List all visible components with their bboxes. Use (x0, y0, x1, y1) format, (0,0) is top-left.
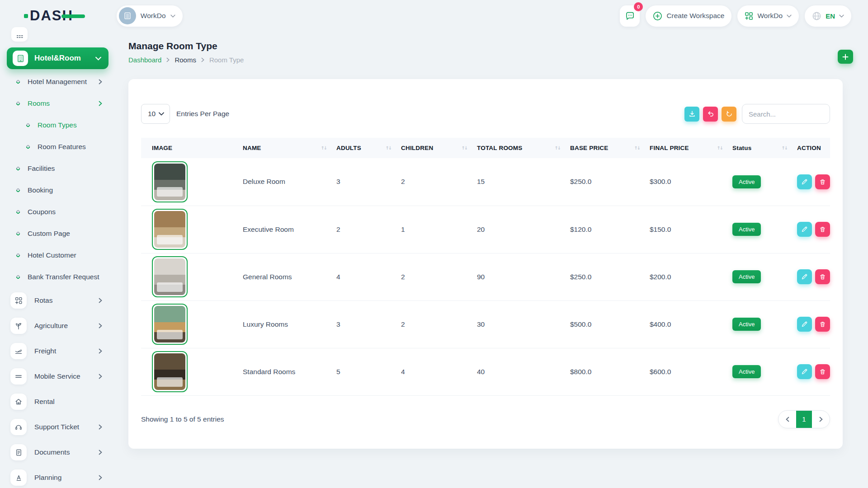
sort-icon[interactable] (554, 145, 560, 150)
room-image[interactable] (152, 256, 188, 297)
sidebar-item-label: Agriculture (34, 322, 68, 330)
letter-a-icon (10, 469, 27, 486)
hotel-building-icon (13, 51, 28, 66)
sort-icon[interactable] (461, 145, 467, 150)
sidebar-item-label: Planning (34, 474, 61, 482)
sidebar-item-planning[interactable]: Planning (0, 465, 116, 488)
sidebar-item-agriculture[interactable]: Agriculture (0, 313, 116, 338)
delete-button[interactable] (815, 269, 830, 284)
sort-icon[interactable] (781, 145, 787, 150)
sort-icon[interactable] (634, 145, 640, 150)
scrolled-menu-icon[interactable] (11, 27, 28, 42)
room-name: Executive Room (243, 206, 336, 253)
pencil-icon (801, 273, 808, 280)
sidebar-item-label: Support Ticket (34, 423, 79, 431)
chat-bubble-icon (625, 11, 635, 21)
sidebar-item-hotel-management[interactable]: Hotel Management (0, 71, 116, 93)
messages-count-badge: 0 (634, 2, 643, 11)
room-total-rooms: 15 (477, 158, 570, 206)
trash-icon (819, 368, 826, 375)
app-menu-dropdown[interactable]: WorkDo (737, 5, 799, 27)
breadcrumb-rooms-link[interactable]: Rooms (175, 56, 196, 64)
prev-page-button[interactable] (778, 411, 796, 428)
entries-per-page-select[interactable]: 10 (141, 104, 170, 124)
plus-icon (842, 53, 849, 61)
reset-button[interactable] (703, 107, 718, 122)
room-base-price: $250.0 (570, 158, 650, 206)
messages-button[interactable]: 0 (620, 5, 640, 27)
sort-icon[interactable] (321, 145, 326, 150)
column-adults: ADULTS (336, 138, 401, 158)
add-room-type-button[interactable] (838, 50, 853, 64)
bullet-icon (15, 274, 20, 279)
sidebar-item-label: Room Types (38, 121, 77, 129)
room-name: Luxury Rooms (243, 300, 336, 348)
pencil-icon (801, 368, 808, 375)
search-input[interactable] (742, 104, 830, 124)
sidebar-item-hotel-customer[interactable]: Hotel Customer (0, 244, 116, 266)
logo-dot-icon (24, 14, 28, 18)
room-children: 4 (401, 348, 477, 395)
sidebar-group-hotel-room[interactable]: Hotel&Room (7, 47, 108, 69)
sidebar-item-coupons[interactable]: Coupons (0, 201, 116, 223)
room-image[interactable] (152, 351, 188, 392)
sidebar-item-label: Freight (34, 347, 56, 355)
room-image[interactable] (152, 209, 188, 250)
language-dropdown[interactable]: EN (805, 5, 851, 27)
status-badge: Active (732, 318, 761, 331)
sidebar-item-custom-page[interactable]: Custom Page (0, 223, 116, 244)
sidebar-item-freight[interactable]: Freight (0, 338, 116, 364)
sort-icon[interactable] (717, 145, 722, 150)
export-button[interactable] (684, 107, 699, 122)
status-badge: Active (732, 365, 761, 378)
sidebar-item-rotas[interactable]: Rotas (0, 288, 116, 313)
workspace-switcher[interactable]: WorkDo (117, 5, 183, 27)
edit-button[interactable] (797, 222, 812, 237)
delete-button[interactable] (815, 222, 830, 237)
grid-dots-icon (16, 35, 23, 39)
globe-icon (812, 11, 821, 21)
room-type-table: IMAGE NAME ADULTS CHILDREN TOTAL ROOMS B… (141, 138, 830, 396)
edit-button[interactable] (797, 269, 812, 284)
table-footer: Showing 1 to 5 of 5 entries 1 (141, 410, 830, 428)
column-image: IMAGE (141, 138, 243, 158)
delete-button[interactable] (815, 364, 830, 379)
column-final-price: FINAL PRICE (650, 138, 732, 158)
sidebar-menu: Hotel Management Rooms Room Types Room F… (0, 71, 116, 488)
room-type-card: 10 Entries Per Page (128, 79, 843, 449)
sidebar-item-label: Rental (34, 398, 55, 406)
sidebar-item-rooms[interactable]: Rooms (0, 93, 116, 114)
sort-icon[interactable] (385, 145, 391, 150)
sidebar-item-mobile-service[interactable]: Mobile Service (0, 364, 116, 389)
room-base-price: $250.0 (570, 253, 650, 300)
chevron-down-icon (170, 14, 175, 18)
sidebar-item-facilities[interactable]: Facilities (0, 158, 116, 179)
sidebar-item-support-ticket[interactable]: Support Ticket (0, 414, 116, 440)
sidebar-item-bank-transfer-request[interactable]: Bank Transfer Request (0, 266, 116, 288)
trash-icon (819, 321, 826, 328)
entries-summary: Showing 1 to 5 of 5 entries (141, 415, 224, 423)
edit-button[interactable] (797, 317, 812, 332)
room-image[interactable] (152, 161, 188, 202)
current-page-button[interactable]: 1 (796, 411, 812, 428)
create-workspace-button[interactable]: Create Workspace (646, 5, 731, 27)
sidebar-item-room-types[interactable]: Room Types (0, 114, 116, 136)
sidebar-item-rental[interactable]: Rental (0, 389, 116, 414)
sidebar-item-label: Rotas (34, 296, 53, 305)
reload-button[interactable] (722, 107, 736, 122)
column-action: ACTION (797, 138, 830, 158)
sidebar-item-label: Mobile Service (34, 372, 80, 380)
undo-arrow-icon (707, 110, 714, 117)
edit-button[interactable] (797, 364, 812, 379)
delete-button[interactable] (815, 174, 830, 189)
room-children: 2 (401, 158, 477, 206)
breadcrumb-dashboard-link[interactable]: Dashboard (128, 56, 161, 64)
next-page-button[interactable] (812, 411, 830, 428)
delete-button[interactable] (815, 317, 830, 332)
sidebar-item-booking[interactable]: Booking (0, 179, 116, 201)
plant-icon (10, 318, 27, 334)
room-image[interactable] (152, 304, 188, 345)
sidebar-item-documents[interactable]: Documents (0, 440, 116, 465)
sidebar-item-room-features[interactable]: Room Features (0, 136, 116, 158)
edit-button[interactable] (797, 174, 812, 189)
